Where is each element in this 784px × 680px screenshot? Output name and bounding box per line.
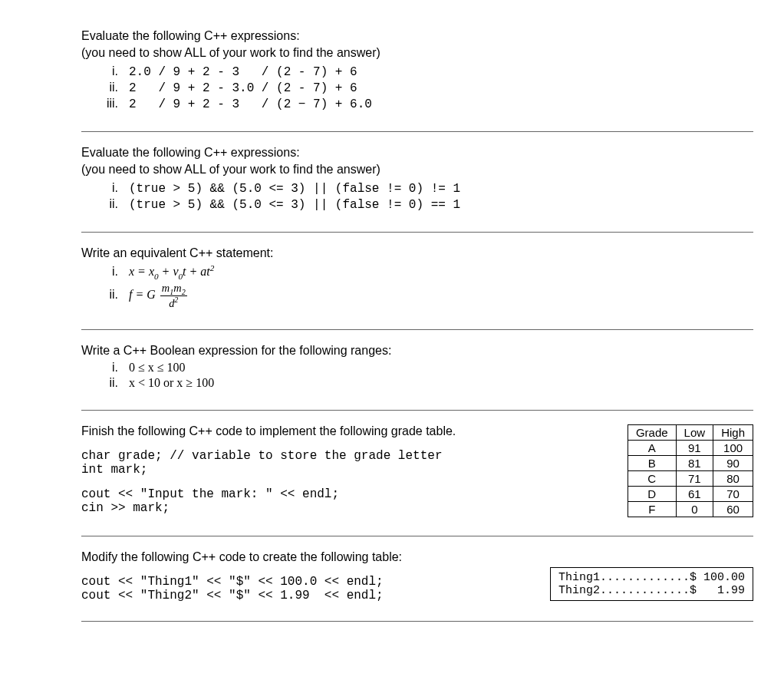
output-box: Thing1.............$ 100.00 Thing2......… xyxy=(550,567,753,601)
table-row: C7180 xyxy=(628,470,753,486)
question-4: Write a C++ Boolean expression for the f… xyxy=(81,330,753,411)
q3-items: i. x = x0 + v0t + at2 ii. f = G m1m2 d2 xyxy=(97,263,753,309)
list-item: i. (true > 5) && (5.0 <= 3) || (false !=… xyxy=(97,181,753,196)
code-block-2: cout << "Input the mark: " << endl; cin … xyxy=(81,487,604,515)
range-expression: x < 10 or x ≥ 100 xyxy=(129,376,214,390)
list-item: i. 2.0 / 9 + 2 - 3 / (2 - 7) + 6 xyxy=(97,64,753,79)
var-x: x xyxy=(129,265,134,278)
code-expression: (true > 5) && (5.0 <= 3) || (false != 0)… xyxy=(129,182,460,196)
item-marker: i. xyxy=(97,181,129,195)
code-expression: 2.0 / 9 + 2 - 3 / (2 - 7) + 6 xyxy=(129,65,357,79)
q4-items: i. 0 ≤ x ≤ 100 ii. x < 10 or x ≥ 100 xyxy=(97,361,753,390)
code-block: cout << "Thing1" << "$" << 100.0 << endl… xyxy=(81,575,527,602)
list-item: ii. (true > 5) && (5.0 <= 3) || (false !… xyxy=(97,197,753,212)
var-v0: v xyxy=(173,265,178,278)
var-g: G xyxy=(147,288,156,301)
table-row: A91100 xyxy=(628,440,753,455)
sup-2: 2 xyxy=(210,263,215,272)
grade-table: Grade Low High A91100 B8190 C7180 D6170 … xyxy=(628,424,753,517)
q5-prompt: Finish the following C++ code to impleme… xyxy=(81,424,604,438)
q3-prompt: Write an equivalent C++ statement: xyxy=(81,246,753,260)
item-marker: ii. xyxy=(97,197,129,211)
col-high: High xyxy=(713,424,753,440)
q4-prompt: Write a C++ Boolean expression for the f… xyxy=(81,344,753,358)
question-2: Evaluate the following C++ expressions: … xyxy=(81,132,753,233)
math-equation-2: f = G m1m2 d2 xyxy=(129,282,189,309)
list-item: i. x = x0 + v0t + at2 xyxy=(97,263,753,281)
fraction: m1m2 d2 xyxy=(160,282,187,309)
item-marker: i. xyxy=(97,265,129,279)
q2-subprompt: (you need to show ALL of your work to fi… xyxy=(81,163,753,177)
code-expression: 2 / 9 + 2 - 3 / (2 − 7) + 6.0 xyxy=(129,97,372,111)
q1-prompt: Evaluate the following C++ expressions: xyxy=(81,29,753,43)
list-item: iii. 2 / 9 + 2 - 3 / (2 − 7) + 6.0 xyxy=(97,97,753,111)
table-header-row: Grade Low High xyxy=(628,424,753,440)
question-3: Write an equivalent C++ statement: i. x … xyxy=(81,233,753,330)
table-row: B8190 xyxy=(628,455,753,470)
item-marker: ii. xyxy=(97,288,129,302)
code-block-1: char grade; // variable to store the gra… xyxy=(81,449,604,477)
math-equation-1: x = x0 + v0t + at2 xyxy=(129,263,214,281)
item-marker: ii. xyxy=(97,376,129,390)
col-low: Low xyxy=(676,424,713,440)
var-t: t xyxy=(183,265,186,278)
q1-subprompt: (you need to show ALL of your work to fi… xyxy=(81,46,753,60)
item-marker: iii. xyxy=(97,97,129,111)
var-f: f xyxy=(129,288,132,301)
code-expression: (true > 5) && (5.0 <= 3) || (false != 0)… xyxy=(129,198,460,212)
list-item: ii. x < 10 or x ≥ 100 xyxy=(97,376,753,390)
code-expression: 2 / 9 + 2 - 3.0 / (2 - 7) + 6 xyxy=(129,81,357,95)
q2-prompt: Evaluate the following C++ expressions: xyxy=(81,146,753,160)
item-marker: i. xyxy=(97,361,129,375)
list-item: ii. 2 / 9 + 2 - 3.0 / (2 - 7) + 6 xyxy=(97,81,753,95)
table-row: F060 xyxy=(628,501,753,517)
question-6: Modify the following C++ code to create … xyxy=(81,536,753,622)
question-1: Evaluate the following C++ expressions: … xyxy=(81,15,753,132)
q6-prompt: Modify the following C++ code to create … xyxy=(81,550,527,564)
denominator: d2 xyxy=(160,296,187,309)
list-item: i. 0 ≤ x ≤ 100 xyxy=(97,361,753,375)
range-expression: 0 ≤ x ≤ 100 xyxy=(129,361,186,375)
col-grade: Grade xyxy=(628,424,676,440)
item-marker: i. xyxy=(97,64,129,78)
list-item: ii. f = G m1m2 d2 xyxy=(97,282,753,309)
q1-items: i. 2.0 / 9 + 2 - 3 / (2 - 7) + 6 ii. 2 /… xyxy=(97,64,753,111)
item-marker: ii. xyxy=(97,81,129,94)
q2-items: i. (true > 5) && (5.0 <= 3) || (false !=… xyxy=(97,181,753,212)
table-row: D6170 xyxy=(628,486,753,501)
var-x0: x xyxy=(149,265,154,278)
sub-0: 0 xyxy=(154,272,159,281)
numerator: m1m2 xyxy=(160,282,187,297)
question-5: Finish the following C++ code to impleme… xyxy=(81,411,753,536)
